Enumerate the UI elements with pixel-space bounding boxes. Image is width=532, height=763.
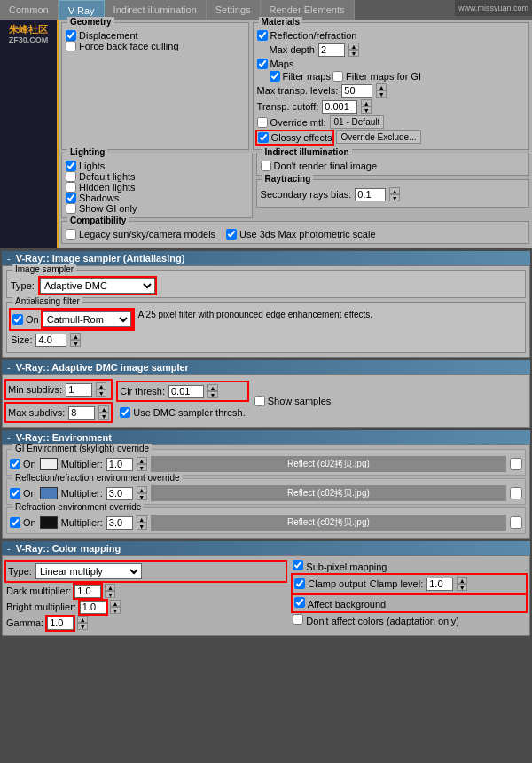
gi-reflect-btn[interactable]: Reflect (c02拷贝.jpg) xyxy=(151,456,506,472)
antialias-filter-group: Antialiasing filter On Catmull-Rom A 25 xyxy=(6,302,526,353)
adaptive-header: V-Ray:: Adaptive DMC image sampler xyxy=(16,362,189,373)
clamp-level-spinner[interactable]: ▲▼ xyxy=(457,577,467,591)
clr-thresh-spinner[interactable]: ▲▼ xyxy=(207,384,218,398)
show-gi-check[interactable]: Show GI only xyxy=(66,203,248,214)
lighting-group: Lighting Lights Default lights Hidden li… xyxy=(61,153,253,218)
max-subdiv-input[interactable] xyxy=(68,406,95,420)
min-subdiv-input[interactable] xyxy=(66,383,92,397)
override-mtl-btn[interactable]: 01 - Default xyxy=(330,115,385,129)
refl-reflect-check[interactable] xyxy=(510,487,522,499)
lighting-title: Lighting xyxy=(67,147,107,157)
image-sampler-select[interactable]: Adaptive DMC xyxy=(40,278,155,294)
force-back-check[interactable]: Force back face culling xyxy=(66,41,245,51)
bright-mult-spinner[interactable]: ▲▼ xyxy=(110,600,121,614)
antialias-minus[interactable]: - xyxy=(7,253,11,264)
gamma-input[interactable] xyxy=(47,617,74,630)
hidden-lights-check[interactable]: Hidden lights xyxy=(66,182,248,193)
lights-check[interactable]: Lights xyxy=(66,161,248,171)
max-depth-spinner[interactable]: ▲▼ xyxy=(348,43,359,57)
max-subdiv-spinner[interactable]: ▲▼ xyxy=(98,405,109,420)
gi-mult-spinner[interactable]: ▲▼ xyxy=(137,457,147,471)
gi-override-title: GI Environment (skylight) override xyxy=(12,444,152,453)
env-header: V-Ray:: Environment xyxy=(16,432,112,443)
reflection-check[interactable]: Reflection/refraction xyxy=(257,30,357,41)
secondary-bias-input[interactable] xyxy=(355,188,386,201)
min-subdiv-spinner[interactable]: ▲▼ xyxy=(96,382,106,397)
antialias-filter-title: Antialiasing filter xyxy=(12,296,82,306)
gi-mult-input[interactable] xyxy=(106,458,133,471)
bright-mult-input[interactable] xyxy=(80,601,106,614)
dark-mult-input[interactable] xyxy=(74,585,101,598)
shadows-check[interactable]: Shadows xyxy=(66,193,248,203)
refr-reflect-btn[interactable]: Reflect (c02拷贝.jpg) xyxy=(151,515,506,531)
color-map-type-select[interactable]: Linear multiply xyxy=(35,563,142,579)
displacement-check[interactable]: Displacement xyxy=(66,30,245,41)
filter-desc: A 25 pixel filter with pronounced edge e… xyxy=(138,310,521,319)
antialias-header: V-Ray:: Image sampler (Antialiasing) xyxy=(16,253,185,264)
dont-affect-check[interactable]: Don't affect colors (adaptation only) xyxy=(293,614,526,626)
refr-mult-spinner[interactable]: ▲▼ xyxy=(137,515,147,530)
color-map-header: V-Ray:: Color mapping xyxy=(16,543,121,554)
raytracing-title: Raytracing xyxy=(262,174,314,184)
affect-bg-check[interactable]: Affect background xyxy=(293,595,526,611)
maps-check[interactable]: Maps xyxy=(257,59,294,69)
secondary-bias-spinner[interactable]: ▲▼ xyxy=(389,187,400,201)
refl-override-title: Reflection/refraction environment overri… xyxy=(12,473,183,483)
compatibility-title: Compatibility xyxy=(67,216,129,225)
color-map-minus[interactable]: - xyxy=(7,543,11,554)
refr-reflect-check[interactable] xyxy=(510,516,522,529)
transp-cutoff-input[interactable] xyxy=(322,100,357,114)
watermark: www.missyuan.com xyxy=(455,0,532,16)
image-sampler-title: Image sampler xyxy=(12,264,76,274)
transp-cutoff-spinner[interactable]: ▲▼ xyxy=(361,99,372,114)
materials-group: Materials Reflection/refraction Max dept… xyxy=(253,22,529,150)
tab-indirect[interactable]: Indirect illumination xyxy=(105,0,207,20)
gamma-spinner[interactable]: ▲▼ xyxy=(77,616,88,630)
filter-size-input[interactable] xyxy=(35,334,66,347)
filter-gi-check[interactable]: Filter maps for GI xyxy=(332,71,421,82)
show-samples-check[interactable]: Show samples xyxy=(254,396,332,406)
env-minus[interactable]: - xyxy=(7,432,11,443)
clamp-level-input[interactable] xyxy=(426,578,453,591)
refl-on-check[interactable]: On xyxy=(10,488,36,499)
filter-type-select[interactable]: Catmull-Rom xyxy=(43,311,131,327)
materials-title: Materials xyxy=(259,17,302,27)
gi-on-check[interactable]: On xyxy=(10,459,36,469)
refl-reflect-btn[interactable]: Reflect (c02拷贝.jpg) xyxy=(151,485,506,501)
default-lights-check[interactable]: Default lights xyxy=(66,171,248,182)
clr-thresh-input[interactable] xyxy=(168,385,204,398)
photometric-check[interactable]: Use 3ds Max photometric scale xyxy=(226,229,375,240)
max-transp-spinner[interactable]: ▲▼ xyxy=(376,83,387,98)
use-dmc-check[interactable]: Use DMC sampler thresh. xyxy=(120,407,246,418)
refl-mult-spinner[interactable]: ▲▼ xyxy=(137,486,147,500)
filter-on-check[interactable]: On xyxy=(12,314,39,325)
filter-maps-check[interactable]: Filter maps xyxy=(270,71,331,82)
filter-size-spinner[interactable]: ▲▼ xyxy=(70,333,81,347)
tab-settings[interactable]: Settings xyxy=(207,0,261,20)
max-depth-input[interactable] xyxy=(318,43,345,57)
dont-render-check[interactable]: Don't render final image xyxy=(261,161,525,171)
sub-pixel-check[interactable]: Sub-pixel mapping xyxy=(293,560,526,572)
max-transp-input[interactable] xyxy=(341,84,372,98)
gi-override-group: GI Environment (skylight) override On Mu… xyxy=(6,449,526,476)
dark-mult-spinner[interactable]: ▲▼ xyxy=(105,584,115,598)
clamp-output-check[interactable]: Clamp output xyxy=(294,578,365,589)
refr-mult-input[interactable] xyxy=(106,516,133,530)
adaptive-minus[interactable]: - xyxy=(7,362,11,373)
gi-color[interactable] xyxy=(40,458,58,470)
indirect-group: Indirect illumination Don't render final… xyxy=(256,153,529,176)
refr-on-check[interactable]: On xyxy=(10,517,36,528)
override-exclude-btn[interactable]: Override Exclude... xyxy=(336,130,420,144)
refr-override-title: Refraction environment override xyxy=(12,502,144,512)
refr-color[interactable] xyxy=(40,516,58,529)
glossy-check[interactable]: Glossy effects xyxy=(257,131,333,144)
image-sampler-group: Image sampler Type: Adaptive DMC xyxy=(6,270,526,298)
gi-reflect-check[interactable] xyxy=(510,458,522,470)
refl-mult-input[interactable] xyxy=(106,487,133,500)
tab-common[interactable]: Common xyxy=(0,0,59,20)
legacy-check[interactable]: Legacy sun/sky/camera models xyxy=(66,229,215,240)
refl-color[interactable] xyxy=(40,487,58,499)
raytracing-group: Raytracing Secondary rays bias: ▲▼ xyxy=(256,179,529,208)
logo: 朱峰社区 ZF30.COM xyxy=(0,20,59,248)
override-mtl-check[interactable]: Override mtl: xyxy=(257,117,326,128)
